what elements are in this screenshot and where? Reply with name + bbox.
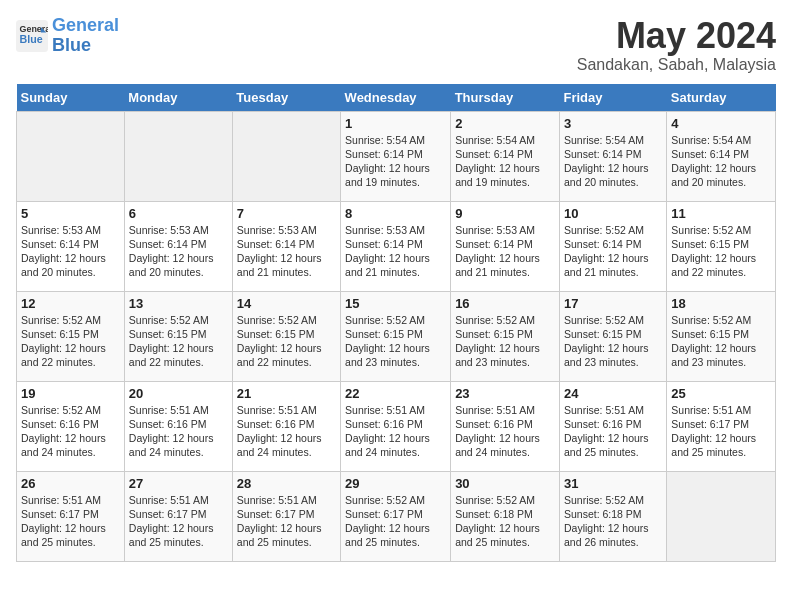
header-cell-friday: Friday (559, 84, 666, 112)
day-info: Sunrise: 5:53 AM Sunset: 6:14 PM Dayligh… (237, 223, 336, 280)
day-info: Sunrise: 5:51 AM Sunset: 6:17 PM Dayligh… (237, 493, 336, 550)
day-cell (124, 111, 232, 201)
day-info: Sunrise: 5:52 AM Sunset: 6:18 PM Dayligh… (564, 493, 662, 550)
day-number: 8 (345, 206, 446, 221)
day-info: Sunrise: 5:52 AM Sunset: 6:18 PM Dayligh… (455, 493, 555, 550)
day-number: 28 (237, 476, 336, 491)
day-info: Sunrise: 5:51 AM Sunset: 6:17 PM Dayligh… (21, 493, 120, 550)
day-info: Sunrise: 5:51 AM Sunset: 6:16 PM Dayligh… (345, 403, 446, 460)
day-cell: 15Sunrise: 5:52 AM Sunset: 6:15 PM Dayli… (341, 291, 451, 381)
day-cell: 12Sunrise: 5:52 AM Sunset: 6:15 PM Dayli… (17, 291, 125, 381)
day-info: Sunrise: 5:52 AM Sunset: 6:15 PM Dayligh… (237, 313, 336, 370)
day-cell (232, 111, 340, 201)
title-block: May 2024 Sandakan, Sabah, Malaysia (577, 16, 776, 74)
day-info: Sunrise: 5:51 AM Sunset: 6:16 PM Dayligh… (455, 403, 555, 460)
day-number: 1 (345, 116, 446, 131)
header-cell-sunday: Sunday (17, 84, 125, 112)
day-cell: 14Sunrise: 5:52 AM Sunset: 6:15 PM Dayli… (232, 291, 340, 381)
day-cell: 26Sunrise: 5:51 AM Sunset: 6:17 PM Dayli… (17, 471, 125, 561)
day-info: Sunrise: 5:52 AM Sunset: 6:15 PM Dayligh… (671, 313, 771, 370)
day-info: Sunrise: 5:52 AM Sunset: 6:17 PM Dayligh… (345, 493, 446, 550)
day-info: Sunrise: 5:54 AM Sunset: 6:14 PM Dayligh… (345, 133, 446, 190)
day-number: 3 (564, 116, 662, 131)
day-number: 30 (455, 476, 555, 491)
header-cell-saturday: Saturday (667, 84, 776, 112)
week-row-1: 5Sunrise: 5:53 AM Sunset: 6:14 PM Daylig… (17, 201, 776, 291)
week-row-4: 26Sunrise: 5:51 AM Sunset: 6:17 PM Dayli… (17, 471, 776, 561)
day-number: 29 (345, 476, 446, 491)
day-number: 31 (564, 476, 662, 491)
day-cell: 17Sunrise: 5:52 AM Sunset: 6:15 PM Dayli… (559, 291, 666, 381)
day-cell: 1Sunrise: 5:54 AM Sunset: 6:14 PM Daylig… (341, 111, 451, 201)
day-cell: 11Sunrise: 5:52 AM Sunset: 6:15 PM Dayli… (667, 201, 776, 291)
week-row-2: 12Sunrise: 5:52 AM Sunset: 6:15 PM Dayli… (17, 291, 776, 381)
day-number: 12 (21, 296, 120, 311)
header-row: SundayMondayTuesdayWednesdayThursdayFrid… (17, 84, 776, 112)
day-cell: 19Sunrise: 5:52 AM Sunset: 6:16 PM Dayli… (17, 381, 125, 471)
day-info: Sunrise: 5:52 AM Sunset: 6:15 PM Dayligh… (671, 223, 771, 280)
day-number: 21 (237, 386, 336, 401)
day-number: 16 (455, 296, 555, 311)
day-cell: 7Sunrise: 5:53 AM Sunset: 6:14 PM Daylig… (232, 201, 340, 291)
day-info: Sunrise: 5:52 AM Sunset: 6:15 PM Dayligh… (455, 313, 555, 370)
day-number: 6 (129, 206, 228, 221)
day-cell: 31Sunrise: 5:52 AM Sunset: 6:18 PM Dayli… (559, 471, 666, 561)
day-info: Sunrise: 5:51 AM Sunset: 6:17 PM Dayligh… (129, 493, 228, 550)
week-row-0: 1Sunrise: 5:54 AM Sunset: 6:14 PM Daylig… (17, 111, 776, 201)
logo-icon: General Blue (16, 20, 48, 52)
day-number: 10 (564, 206, 662, 221)
svg-text:Blue: Blue (20, 33, 43, 45)
location-subtitle: Sandakan, Sabah, Malaysia (577, 56, 776, 74)
day-number: 20 (129, 386, 228, 401)
day-info: Sunrise: 5:51 AM Sunset: 6:16 PM Dayligh… (129, 403, 228, 460)
day-cell: 2Sunrise: 5:54 AM Sunset: 6:14 PM Daylig… (451, 111, 560, 201)
day-cell: 4Sunrise: 5:54 AM Sunset: 6:14 PM Daylig… (667, 111, 776, 201)
day-info: Sunrise: 5:51 AM Sunset: 6:16 PM Dayligh… (237, 403, 336, 460)
day-number: 14 (237, 296, 336, 311)
week-row-3: 19Sunrise: 5:52 AM Sunset: 6:16 PM Dayli… (17, 381, 776, 471)
day-cell: 6Sunrise: 5:53 AM Sunset: 6:14 PM Daylig… (124, 201, 232, 291)
day-cell: 21Sunrise: 5:51 AM Sunset: 6:16 PM Dayli… (232, 381, 340, 471)
day-cell: 20Sunrise: 5:51 AM Sunset: 6:16 PM Dayli… (124, 381, 232, 471)
day-cell: 30Sunrise: 5:52 AM Sunset: 6:18 PM Dayli… (451, 471, 560, 561)
day-number: 11 (671, 206, 771, 221)
day-number: 26 (21, 476, 120, 491)
day-info: Sunrise: 5:52 AM Sunset: 6:16 PM Dayligh… (21, 403, 120, 460)
day-number: 9 (455, 206, 555, 221)
logo-text: General Blue (52, 16, 119, 56)
day-number: 2 (455, 116, 555, 131)
day-number: 15 (345, 296, 446, 311)
day-info: Sunrise: 5:52 AM Sunset: 6:14 PM Dayligh… (564, 223, 662, 280)
day-number: 19 (21, 386, 120, 401)
day-info: Sunrise: 5:54 AM Sunset: 6:14 PM Dayligh… (564, 133, 662, 190)
day-cell: 3Sunrise: 5:54 AM Sunset: 6:14 PM Daylig… (559, 111, 666, 201)
day-cell: 28Sunrise: 5:51 AM Sunset: 6:17 PM Dayli… (232, 471, 340, 561)
day-info: Sunrise: 5:54 AM Sunset: 6:14 PM Dayligh… (671, 133, 771, 190)
day-info: Sunrise: 5:53 AM Sunset: 6:14 PM Dayligh… (129, 223, 228, 280)
header-cell-wednesday: Wednesday (341, 84, 451, 112)
day-info: Sunrise: 5:51 AM Sunset: 6:16 PM Dayligh… (564, 403, 662, 460)
day-number: 22 (345, 386, 446, 401)
day-info: Sunrise: 5:53 AM Sunset: 6:14 PM Dayligh… (345, 223, 446, 280)
day-info: Sunrise: 5:54 AM Sunset: 6:14 PM Dayligh… (455, 133, 555, 190)
day-info: Sunrise: 5:53 AM Sunset: 6:14 PM Dayligh… (21, 223, 120, 280)
day-number: 7 (237, 206, 336, 221)
header-cell-thursday: Thursday (451, 84, 560, 112)
calendar-header: SundayMondayTuesdayWednesdayThursdayFrid… (17, 84, 776, 112)
day-cell: 13Sunrise: 5:52 AM Sunset: 6:15 PM Dayli… (124, 291, 232, 381)
calendar-body: 1Sunrise: 5:54 AM Sunset: 6:14 PM Daylig… (17, 111, 776, 561)
month-year-title: May 2024 (577, 16, 776, 56)
day-cell: 22Sunrise: 5:51 AM Sunset: 6:16 PM Dayli… (341, 381, 451, 471)
day-cell: 8Sunrise: 5:53 AM Sunset: 6:14 PM Daylig… (341, 201, 451, 291)
day-cell (17, 111, 125, 201)
page-header: General Blue General Blue May 2024 Sanda… (16, 16, 776, 74)
day-cell: 23Sunrise: 5:51 AM Sunset: 6:16 PM Dayli… (451, 381, 560, 471)
day-info: Sunrise: 5:52 AM Sunset: 6:15 PM Dayligh… (21, 313, 120, 370)
day-cell: 18Sunrise: 5:52 AM Sunset: 6:15 PM Dayli… (667, 291, 776, 381)
day-cell: 27Sunrise: 5:51 AM Sunset: 6:17 PM Dayli… (124, 471, 232, 561)
day-cell: 24Sunrise: 5:51 AM Sunset: 6:16 PM Dayli… (559, 381, 666, 471)
day-number: 27 (129, 476, 228, 491)
day-number: 24 (564, 386, 662, 401)
day-cell: 25Sunrise: 5:51 AM Sunset: 6:17 PM Dayli… (667, 381, 776, 471)
day-number: 18 (671, 296, 771, 311)
